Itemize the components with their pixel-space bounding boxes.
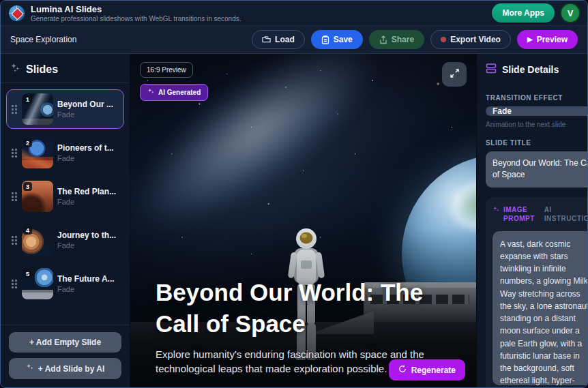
slide-subtitle: Explore humanity's enduring fascination … xyxy=(156,347,425,377)
app-logo-icon xyxy=(9,5,25,21)
slide-item-title: The Red Plan... xyxy=(57,187,116,196)
slides-sparkle-icon xyxy=(10,63,20,76)
slide-details-icon xyxy=(486,63,497,76)
slide-list: 1 Beyond Our ... Fade 2 Pioneers of t...… xyxy=(1,83,130,325)
load-icon xyxy=(262,35,271,44)
slide-item-transition: Fade xyxy=(57,198,116,206)
slide-thumbnail-3: 3 xyxy=(22,181,53,212)
image-prompt-textarea[interactable]: A vast, dark cosmic expanse with stars t… xyxy=(493,231,587,385)
slide-thumbnail-2: 2 xyxy=(22,137,53,168)
expand-icon xyxy=(450,68,460,80)
slide-details-panel: Slide Details TRANSITION EFFECT Fade ⌄ A… xyxy=(476,54,587,387)
slide-item-transition: Fade xyxy=(57,154,114,162)
slide-number-badge: 5 xyxy=(23,269,32,278)
slide-item-4[interactable]: 4 Journey to th... Fade xyxy=(6,220,124,260)
share-button[interactable]: Share xyxy=(369,30,424,49)
drag-handle-icon[interactable] xyxy=(11,235,18,245)
transition-effect-label: TRANSITION EFFECT xyxy=(486,94,585,102)
slide-item-2[interactable]: 2 Pioneers of t... Fade xyxy=(6,133,124,173)
slide-item-title: Beyond Our ... xyxy=(57,100,113,109)
slide-item-title: Pioneers of t... xyxy=(57,143,114,153)
project-toolbar: Space Exploration Load Save xyxy=(1,26,587,54)
add-empty-slide-button[interactable]: + Add Empty Slide xyxy=(9,332,121,353)
project-title: Space Exploration xyxy=(10,35,76,44)
slide-number-badge: 3 xyxy=(23,182,32,191)
regenerate-button[interactable]: Regenerate xyxy=(389,359,465,380)
export-video-button[interactable]: Export Video xyxy=(430,30,511,49)
slide-thumbnail-4: 4 xyxy=(22,224,53,256)
more-apps-button[interactable]: More Apps xyxy=(492,3,555,23)
slide-item-transition: Fade xyxy=(57,241,116,250)
slide-item-1[interactable]: 1 Beyond Our ... Fade xyxy=(6,89,124,129)
transition-help-text: Animation to the next slide xyxy=(486,121,585,128)
tab-ai-instructions[interactable]: AI INSTRUCTIONS xyxy=(544,205,587,224)
slide-number-badge: 1 xyxy=(23,95,32,104)
slide-headline: Beyond Our World: The Call of Space xyxy=(156,277,449,340)
prompt-card: IMAGE PROMPT AI INSTRUCTIONS A vast, dar… xyxy=(486,197,587,387)
share-icon xyxy=(379,35,387,44)
slide-item-title: The Future A... xyxy=(57,274,115,284)
preview-button[interactable]: ▶ Preview xyxy=(517,30,578,49)
app-subtitle: Generate professional slideshows with We… xyxy=(31,15,241,23)
slide-thumbnail-5: 5 xyxy=(22,268,53,299)
prompt-sparkle-icon xyxy=(493,205,500,215)
slide-item-3[interactable]: 3 The Red Plan... Fade xyxy=(6,177,124,216)
ai-sparkle-icon xyxy=(147,88,155,97)
avatar[interactable]: V xyxy=(561,4,579,22)
sidebar-footer: + Add Empty Slide + Add Slide by AI xyxy=(1,325,130,387)
slides-sidebar: Slides 1 Beyond Our ... Fade xyxy=(1,54,130,387)
slides-panel-title: Slides xyxy=(26,63,58,76)
play-icon: ▶ xyxy=(527,36,533,43)
ai-sparkle-icon xyxy=(26,363,34,374)
save-icon xyxy=(321,35,329,44)
regenerate-icon xyxy=(398,365,407,375)
details-panel-title: Slide Details xyxy=(502,64,559,75)
save-button[interactable]: Save xyxy=(311,30,363,49)
app-header: Lumina AI Slides Generate professional s… xyxy=(1,1,587,26)
ai-generated-badge: AI Generated xyxy=(140,84,208,101)
drag-handle-icon[interactable] xyxy=(11,192,18,202)
record-dot-icon xyxy=(441,37,446,42)
slide-item-title: Journey to th... xyxy=(57,230,116,240)
app-title: Lumina AI Slides xyxy=(31,4,241,14)
slide-title-label: SLIDE TITLE xyxy=(486,139,585,147)
aspect-ratio-badge: 16:9 Preview xyxy=(140,62,193,78)
drag-handle-icon[interactable] xyxy=(11,148,18,158)
app-window: Lumina AI Slides Generate professional s… xyxy=(0,0,588,388)
slide-item-5[interactable]: 5 The Future A... Fade xyxy=(6,264,124,303)
slide-item-transition: Fade xyxy=(57,285,115,293)
slide-number-badge: 2 xyxy=(23,138,32,147)
transition-select[interactable]: Fade ⌄ xyxy=(486,106,587,116)
drag-handle-icon[interactable] xyxy=(11,104,18,115)
app-title-block: Lumina AI Slides Generate professional s… xyxy=(31,4,241,23)
slide-number-badge: 4 xyxy=(23,226,32,235)
slide-thumbnail-1: 1 xyxy=(22,93,53,125)
load-button[interactable]: Load xyxy=(252,30,305,49)
tab-image-prompt[interactable]: IMAGE PROMPT xyxy=(493,205,535,224)
slide-item-transition: Fade xyxy=(57,110,113,119)
fullscreen-button[interactable] xyxy=(442,62,467,87)
slide-title-input[interactable]: Beyond Our World: The Call of Space xyxy=(486,151,587,188)
drag-handle-icon[interactable] xyxy=(11,279,18,289)
add-slide-by-ai-button[interactable]: + Add Slide by AI xyxy=(9,358,121,379)
slide-preview-stage: 16:9 Preview AI Generated B xyxy=(130,54,476,387)
